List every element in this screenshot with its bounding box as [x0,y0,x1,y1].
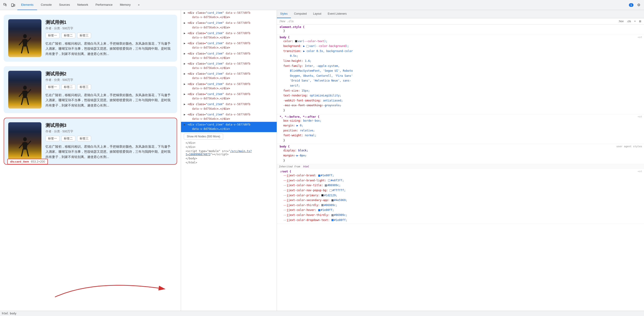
devtools-breadcrumb-bar: html body [0,311,644,316]
webpage-preview-panel: 测试用例1 作者 · 分类 · 500万字 标签一 标签二 标签三 忆在广陵初，… [0,10,181,311]
card-desc-1: 忆在广陵初，移船问相识。君骑白马天上来，手把铜章好颜色。东风袅吹落花，下马邀予入… [46,41,172,56]
inspect-element-icon[interactable] [2,2,9,9]
selector-body: body { [280,36,290,39]
tab-event-listeners[interactable]: Event Listeners [324,10,350,18]
tag-2-1[interactable]: 标签一 [46,84,60,90]
prop-universal-close: } [280,138,642,143]
tab-computed[interactable]: Computed [291,10,310,18]
prop-box-sizing: box-sizing: border-box; [280,118,642,123]
settings-icon[interactable]: ⚙ [635,2,642,9]
script-src-link[interactable]: /src/main.ts?t=1668996874873 [186,150,252,156]
element-dimension-label: div.card_item 653.2×200 [7,159,48,164]
styles-panel: Styles Computed Layout Event Listeners :… [277,10,644,311]
breadcrumb-html[interactable]: html [2,312,8,315]
tab-styles[interactable]: Styles [277,10,291,18]
element-selector-text: div.card_item [10,160,29,163]
tab-memory[interactable]: Memory [116,0,134,10]
svg-rect-0 [4,4,5,5]
style-rule-universal: *, *::before, *::after { <st box-sizing:… [277,114,644,144]
prop-nav-popup-bg: --jjext-color-nav-popup-bg: #ffffff; [280,188,642,193]
tab-console[interactable]: Console [37,0,56,10]
prop-closing-brace-element: } [280,29,642,34]
tree-node-9[interactable]: ▶ <div class="card_item" data-v-5877d0fb… [181,91,277,101]
silhouette-icon-1 [18,34,32,55]
card-content-1: 测试用例1 作者 · 分类 · 500万字 标签一 标签二 标签三 忆在广陵初，… [46,19,172,57]
card-title-3: 测试用例3 [46,122,172,128]
tree-node-1[interactable]: ▶ <div class="card_item" data-v-5877d0fb… [181,10,277,20]
toolbar-right-icons: 1 ⚙ [629,2,642,9]
tree-close-html: </html> [181,161,277,165]
tree-close-body: </body> [181,156,277,161]
cls-toggle[interactable]: .cls [626,19,632,23]
tree-node-8[interactable]: ▶ <div class="card_item" data-v-5877d0fb… [181,81,277,91]
tag-2-3[interactable]: 标签三 [77,84,91,90]
source-root: <st [638,170,642,173]
tab-performance[interactable]: Performance [92,0,116,10]
tab-sources[interactable]: Sources [56,0,74,10]
card-content-3: 测试用例3 作者 · 分类 · 500万字 标签一 标签二 标签三 忆在广陵初，… [46,122,172,160]
svg-rect-5 [14,4,15,6]
prop-text-rendering: text-rendering: optimizeLegibility; [280,93,642,98]
prop-font-family-4: 'Droid Sans', 'Helvetica Neue', sans- [280,78,642,83]
styles-filter-input[interactable] [279,20,616,23]
tag-3-2[interactable]: 标签二 [61,136,75,141]
show-all-nodes-button[interactable]: Show All Nodes (500 More) [184,134,223,139]
prop-display-block: display: block; [280,148,642,153]
tree-node-5[interactable]: ▶ <div class="card_item" data-v-5877d0fb… [181,51,277,61]
prop-font-size: font-size: 15px; [280,88,642,93]
style-rule-root: :root { <st --jjext-color-brand: #1e80ff… [277,169,644,224]
breadcrumb-body[interactable]: body [10,312,16,315]
tree-node-11[interactable]: ▶ <div class="card_item" data-v-5877d0fb… [181,112,277,122]
tree-node-6[interactable]: ▶ <div class="card_item" data-v-5877d0fb… [181,61,277,71]
tree-node-7[interactable]: ▶ <div class="card_item" data-v-5877d0fb… [181,71,277,81]
devtools-toolbar: Elements Console Sources Network Perform… [0,0,644,10]
card-item-2[interactable]: 测试用例2 作者 · 分类 · 500万字 标签一 标签二 标签三 忆在广陵初，… [4,66,177,113]
tab-elements[interactable]: Elements [18,0,37,10]
tag-3-3[interactable]: 标签三 [77,136,91,141]
tab-layout[interactable]: Layout [310,10,324,18]
prop-brand: --jjext-color-brand: #1e80ff; [280,173,642,178]
tree-node-4[interactable]: ▶ <div class="card_item" data-v-5877d0fb… [181,41,277,51]
svg-point-9 [23,137,27,141]
tab-more[interactable]: » [134,0,143,10]
source-universal: <st [638,115,642,118]
add-style-icon[interactable]: + [633,19,637,23]
tree-node-10[interactable]: ▶ <div class="card_item" data-v-5877d0fb… [181,101,277,112]
tree-node-12-selected[interactable]: ▶ <div class="card_item" data-v-5877d0fb… [181,122,277,132]
tree-node-2[interactable]: ▶ <div class="card_item" data-v-5877d0fb… [181,20,277,30]
prop-transition-cont: 0.5s; [280,54,642,59]
silhouette-icon-3 [18,136,32,158]
device-toolbar-icon[interactable] [10,2,16,9]
devtools-tab-list: Elements Console Sources Network Perform… [18,0,628,10]
tree-close-div-2: </div> [181,145,277,149]
tag-3-1[interactable]: 标签一 [46,136,60,141]
more-icon[interactable]: ⊞ [638,19,642,23]
prop-margin-8px: margin: ▶ 8px; [280,153,642,158]
card-tags-2: 标签一 标签二 标签三 [46,84,172,90]
tag-1-2[interactable]: 标签二 [61,33,75,38]
source-body-ua: user agent styles [616,145,642,148]
tag-2-2[interactable]: 标签二 [61,84,75,90]
card-title-2: 测试用例2 [46,71,172,77]
silhouette-icon-2 [18,85,32,106]
prop-webkit-font-smoothing: -webkit-font-smoothing: antialiased; [280,98,642,103]
tag-1-1[interactable]: 标签一 [46,33,60,38]
hov-toggle[interactable]: :hov [618,19,624,23]
tag-1-3[interactable]: 标签三 [77,33,91,38]
card-item-1[interactable]: 测试用例1 作者 · 分类 · 500万字 标签一 标签二 标签三 忆在广陵初，… [4,15,177,62]
prop-moz-font-smoothing: -moz-osx-font-smoothing: grayscale; [280,103,642,108]
prop-brand-light: --jjext-color-brand-light: #e8f3ff; [280,178,642,183]
prop-hover-thirdly: --jjext-color-hover-thirdly: #86909c; [280,213,642,218]
styles-tab-bar: Styles Computed Layout Event Listeners [277,10,644,18]
prop-margin: margin: ▶ 0; [280,123,642,128]
card-desc-3: 忆在广陵初，移船问相识。君骑白马天上来，手把铜章好颜色。东风袅吹落花，下马邀予入… [46,144,172,159]
prop-font-family: font-family: Inter, -apple-system, [280,64,642,69]
tree-node-3[interactable]: ▶ <div class="card_item" data-v-5877d0fb… [181,31,277,41]
svg-point-8 [23,86,27,90]
card-item-3[interactable]: 测试用例3 作者 · 分类 · 500万字 标签一 标签二 标签三 忆在广陵初，… [4,118,177,165]
red-arrow-indicator [50,276,181,304]
source-body: <st [638,36,642,39]
tab-network[interactable]: Network [74,0,92,10]
expand-arrow-1[interactable]: ▶ [184,11,185,15]
prop-font-family-3: Oxygen, Ubuntu, Cantarell, 'Fira Sans' [280,74,642,79]
